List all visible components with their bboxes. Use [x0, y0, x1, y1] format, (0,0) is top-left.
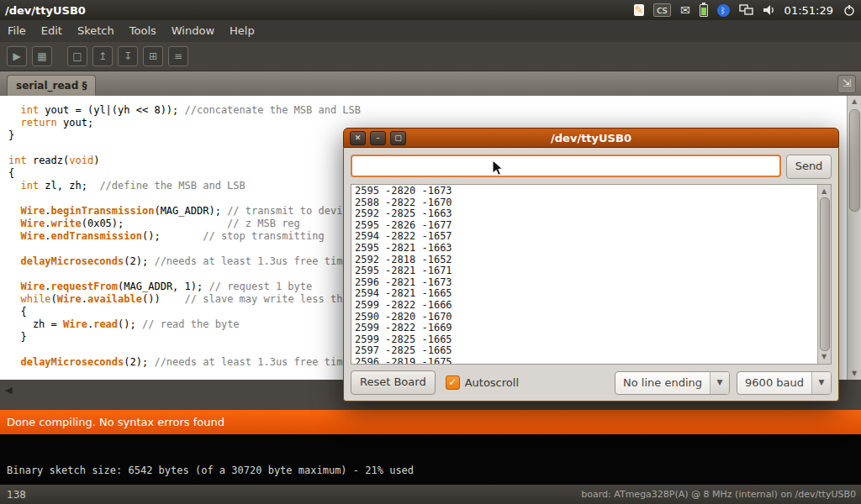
minimize-icon[interactable]: – — [370, 131, 386, 145]
serial-line: 2599 -2825 -1665 — [355, 334, 817, 346]
serial-line: 2595 -2821 -1671 — [355, 265, 817, 277]
serial-monitor-window: ✕ – ▢ /dev/ttyUSB0 Send 2595 -2820 -1673… — [343, 128, 839, 402]
edit-note-icon[interactable]: ✎ — [634, 4, 644, 16]
mouse-cursor — [492, 160, 504, 180]
tabbar: serial_read § ⇲ — [0, 71, 861, 96]
system-tray: ✎ cs ✉ ᛒ 01:51:29 — [634, 0, 861, 20]
upload-button[interactable]: ⊞ — [143, 46, 163, 66]
editor-scrollbar-thumb[interactable] — [849, 109, 860, 212]
tab-serial-read[interactable]: serial_read § — [7, 75, 96, 96]
serial-scrollbar-thumb[interactable] — [820, 197, 830, 351]
serial-input-row: Send — [351, 155, 832, 179]
board-info: board: ATmega328P(A) @ 8 MHz (internal) … — [581, 489, 861, 500]
stop-button[interactable]: ▦ — [32, 46, 52, 66]
serial-line: 2594 -2822 -1657 — [355, 231, 817, 243]
code-line: int yout = (yl|(yh << 8)); //concatenate… — [8, 104, 847, 117]
autoscroll-checkbox[interactable]: ✓ — [446, 375, 460, 390]
keyboard-layout-indicator[interactable]: cs — [653, 3, 671, 17]
maximize-icon[interactable]: ▢ — [390, 131, 406, 145]
window-title: /dev/ttyUSB0 — [0, 4, 86, 17]
toolbar: ▶▦□↥↧⊞≡ — [0, 42, 861, 71]
new-button[interactable]: □ — [67, 46, 87, 66]
serial-output-area[interactable]: 2595 -2820 -16732588 -2822 -16702592 -28… — [351, 184, 832, 365]
battery-nub — [702, 3, 705, 4]
serial-line: 2592 -2825 -1663 — [355, 208, 817, 220]
serial-line: 2590 -2820 -1670 — [355, 312, 817, 323]
serial-line: 2595 -2826 -1677 — [355, 220, 817, 232]
tab-menu-button[interactable]: ⇲ — [837, 75, 856, 93]
serial-line: 2595 -2821 -1663 — [355, 243, 817, 255]
chevron-down-icon[interactable]: ▼ — [710, 372, 729, 394]
battery-fill — [701, 8, 706, 15]
serial-scrollbar[interactable]: ▲ ▼ — [817, 185, 831, 364]
scroll-left-arrow-icon[interactable]: ◀ — [5, 385, 12, 396]
serial-line: 2595 -2820 -1673 — [355, 186, 817, 197]
menu-item-sketch[interactable]: Sketch — [70, 20, 122, 42]
serial-line: 2592 -2818 -1652 — [355, 255, 817, 266]
serial-monitor-body: Send 2595 -2820 -16732588 -2822 -1670259… — [343, 148, 839, 402]
line-ending-dropdown[interactable]: No line ending ▼ — [615, 371, 730, 395]
open-button[interactable]: ↥ — [92, 46, 113, 66]
serial-line: 2597 -2825 -1665 — [355, 345, 817, 357]
build-console: Binary sketch size: 6542 bytes (of a 307… — [0, 434, 861, 485]
editor-vertical-scrollbar[interactable]: ▲ ▼ — [847, 96, 861, 380]
verify-button[interactable]: ▶ — [7, 46, 27, 66]
menu-item-tools[interactable]: Tools — [122, 20, 164, 42]
serial-monitor-button[interactable]: ≡ — [168, 46, 188, 66]
serial-line: 2588 -2822 -1670 — [355, 197, 817, 209]
serial-monitor-titlebar[interactable]: ✕ – ▢ /dev/ttyUSB0 — [343, 128, 839, 148]
volume-icon[interactable] — [763, 4, 775, 16]
serial-controls-row: Reset Board ✓ Autoscroll No line ending … — [351, 371, 832, 394]
menu-item-window[interactable]: Window — [164, 20, 222, 42]
bluetooth-icon[interactable]: ᛒ — [717, 4, 730, 17]
serial-line: 2596 -2819 -1675 — [355, 357, 817, 365]
serial-send-input[interactable] — [351, 155, 781, 177]
serial-scroll-up-icon[interactable]: ▲ — [818, 186, 830, 197]
reset-board-button[interactable]: Reset Board — [351, 370, 436, 395]
footer-statusbar: 138 board: ATmega328P(A) @ 8 MHz (intern… — [0, 485, 861, 504]
top-panel: /dev/ttyUSB0 ✎ cs ✉ ᛒ 01:51:29 — [0, 0, 861, 20]
menubar: FileEditSketchToolsWindowHelp — [0, 20, 861, 42]
serial-line: 2599 -2822 -1669 — [355, 323, 817, 334]
network-icon[interactable] — [739, 4, 753, 16]
status-message: Done compiling. No syntax errors found — [7, 416, 224, 428]
mail-icon[interactable]: ✉ — [680, 0, 690, 20]
autoscroll-label: Autoscroll — [465, 376, 519, 389]
send-button[interactable]: Send — [786, 155, 832, 179]
toolbar-buttons: ▶▦□↥↧⊞≡ — [7, 46, 193, 66]
compile-status-bar: Done compiling. No syntax errors found — [0, 410, 861, 434]
baud-rate-value: 9600 baud — [737, 372, 811, 394]
battery-icon[interactable] — [700, 4, 708, 17]
save-button[interactable]: ↧ — [118, 46, 138, 66]
chevron-down-icon[interactable]: ▼ — [811, 372, 831, 394]
serial-output: 2595 -2820 -16732588 -2822 -16702592 -28… — [351, 185, 817, 365]
line-number-indicator: 138 — [0, 489, 26, 501]
clock[interactable]: 01:51:29 — [784, 4, 833, 17]
menu-item-edit[interactable]: Edit — [34, 20, 70, 42]
line-ending-value: No line ending — [615, 372, 710, 394]
serial-line: 2599 -2822 -1666 — [355, 300, 817, 312]
menu-item-help[interactable]: Help — [222, 20, 262, 42]
menu-item-file[interactable]: File — [0, 20, 34, 42]
scroll-up-arrow-icon[interactable]: ▲ — [848, 96, 861, 108]
session-power-icon[interactable] — [843, 4, 856, 16]
serial-monitor-title: /dev/ttyUSB0 — [344, 132, 838, 144]
baud-rate-dropdown[interactable]: 9600 baud ▼ — [737, 371, 832, 395]
console-output: Binary sketch size: 6542 bytes (of a 307… — [7, 465, 414, 476]
close-icon[interactable]: ✕ — [350, 131, 366, 145]
serial-line: 2594 -2821 -1665 — [355, 288, 817, 300]
serial-line: 2596 -2821 -1673 — [355, 277, 817, 289]
serial-scroll-down-icon[interactable]: ▼ — [818, 351, 830, 363]
scroll-down-arrow-icon[interactable]: ▼ — [848, 368, 861, 380]
